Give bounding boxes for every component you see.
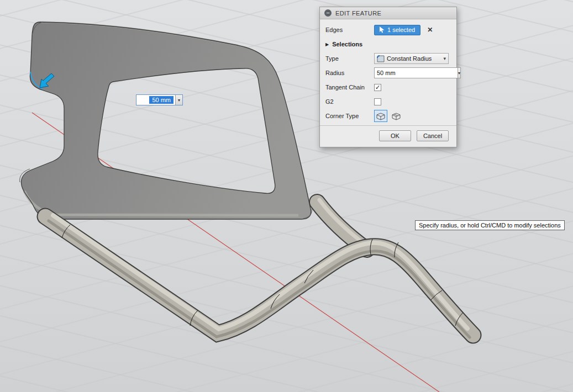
3d-scene[interactable] bbox=[0, 0, 573, 392]
model-viewport[interactable]: 50 mm ▾ Specify radius, or hold Ctrl/CMD… bbox=[0, 0, 573, 392]
clear-selection-icon[interactable]: ✕ bbox=[427, 26, 433, 34]
rolling-ball-corner-icon bbox=[376, 112, 386, 120]
corner-type-setback-button[interactable] bbox=[390, 110, 403, 122]
arrow-down-left-icon bbox=[39, 72, 55, 89]
edges-row: Edges 1 selected ✕ bbox=[325, 24, 449, 35]
radius-inline-text[interactable]: 50 mm bbox=[136, 95, 175, 105]
edit-feature-dialog: − EDIT FEATURE Edges 1 selected ✕ ▶ Sele… bbox=[319, 7, 457, 147]
radius-inline-input[interactable]: 50 mm ▾ bbox=[136, 94, 183, 105]
dialog-title-bar[interactable]: − EDIT FEATURE bbox=[320, 7, 456, 19]
radius-drag-arrow[interactable] bbox=[39, 72, 55, 91]
g2-checkbox[interactable] bbox=[374, 98, 381, 105]
dialog-footer: OK Cancel bbox=[320, 125, 456, 147]
tangent-chain-checkbox[interactable]: ✓ bbox=[374, 84, 381, 91]
tangent-chain-label: Tangent Chain bbox=[325, 84, 374, 91]
radius-inline-selected-text[interactable]: 50 mm bbox=[149, 96, 174, 104]
edges-selected-button[interactable]: 1 selected bbox=[374, 25, 420, 35]
g2-label: G2 bbox=[325, 98, 374, 105]
corner-type-label: Corner Type bbox=[325, 113, 374, 119]
cancel-button[interactable]: Cancel bbox=[417, 130, 449, 141]
type-label: Type bbox=[325, 55, 374, 62]
chevron-down-icon: ▾ bbox=[443, 56, 446, 61]
dialog-body: Edges 1 selected ✕ ▶ Selections Type bbox=[320, 19, 456, 121]
radius-inline-dropdown[interactable]: ▾ bbox=[175, 95, 182, 105]
collapse-dialog-icon[interactable]: − bbox=[324, 9, 332, 17]
radius-label: Radius bbox=[325, 70, 374, 76]
tangent-chain-row: Tangent Chain ✓ bbox=[325, 82, 449, 93]
type-dropdown[interactable]: Constant Radius ▾ bbox=[374, 53, 449, 64]
corner-type-row: Corner Type bbox=[325, 110, 449, 121]
radius-dropdown-button[interactable]: ▾ bbox=[458, 67, 461, 78]
chevron-down-icon: ▾ bbox=[178, 98, 180, 103]
g2-row: G2 bbox=[325, 96, 449, 107]
corner-type-rolling-ball-button[interactable] bbox=[374, 110, 387, 122]
fillet-type-icon bbox=[377, 55, 385, 62]
type-row: Type Constant Radius ▾ bbox=[325, 53, 449, 64]
chevron-right-icon: ▶ bbox=[325, 42, 329, 47]
edges-selected-count: 1 selected bbox=[387, 27, 415, 33]
edges-label: Edges bbox=[325, 27, 374, 33]
radius-row: Radius ▾ bbox=[325, 67, 449, 78]
dialog-title: EDIT FEATURE bbox=[335, 10, 381, 17]
selections-label: Selections bbox=[332, 41, 362, 47]
selections-section-header[interactable]: ▶ Selections bbox=[325, 39, 449, 50]
type-value: Constant Radius bbox=[387, 55, 432, 62]
cursor-icon bbox=[380, 27, 385, 33]
chevron-down-icon: ▾ bbox=[458, 71, 460, 76]
radius-input[interactable] bbox=[374, 67, 458, 78]
hint-tooltip: Specify radius, or hold Ctrl/CMD to modi… bbox=[415, 220, 565, 230]
ok-button[interactable]: OK bbox=[379, 130, 411, 141]
check-icon: ✓ bbox=[375, 84, 380, 91]
setback-corner-icon bbox=[392, 112, 401, 120]
